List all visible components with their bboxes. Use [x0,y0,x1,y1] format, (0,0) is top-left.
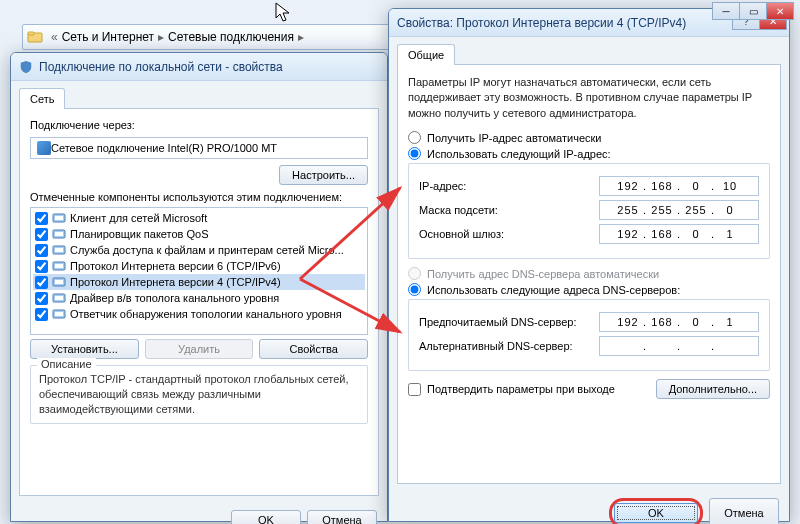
description-text: Протокол TCP/IP - стандартный протокол г… [39,372,359,417]
components-listbox[interactable]: Клиент для сетей MicrosoftПланировщик па… [30,207,368,335]
gateway-label: Основной шлюз: [419,228,599,240]
uninstall-button[interactable]: Удалить [145,339,254,359]
install-button[interactable]: Установить... [30,339,139,359]
svg-rect-3 [55,216,63,220]
minimize-button[interactable]: ─ [712,2,740,20]
component-checkbox[interactable] [35,292,48,305]
protocol-icon [52,243,66,257]
radio-dns-auto: Получить адрес DNS-сервера автоматически [408,267,770,280]
nic-icon [37,141,51,155]
ip-address-label: IP-адрес: [419,180,599,192]
ipv4-properties-dialog: Свойства: Протокол Интернета версии 4 (T… [388,8,790,522]
adapter-field: Сетевое подключение Intel(R) PRO/1000 MT [30,137,368,159]
tab-general[interactable]: Общие [397,44,455,65]
ip-octet[interactable]: 1 [716,228,744,240]
properties-button[interactable]: Свойства [259,339,368,359]
component-label: Драйвер в/в тополога канального уровня [70,292,279,304]
svg-rect-15 [55,312,63,316]
svg-rect-11 [55,280,63,284]
ip-octet[interactable]: 168 [648,316,676,328]
protocol-icon [52,259,66,273]
connection-properties-dialog: Подключение по локальной сети - свойства… [10,52,388,522]
protocol-icon [52,211,66,225]
ip-octet[interactable]: 168 [648,180,676,192]
components-label: Отмеченные компоненты используются этим … [30,191,368,203]
ip-octet[interactable]: 0 [682,180,710,192]
breadcrumb-connections[interactable]: Сетевые подключения [168,30,294,44]
alternate-dns-label: Альтернативный DNS-сервер: [419,340,599,352]
close-button[interactable]: ✕ [766,2,794,20]
protocol-icon [52,227,66,241]
component-checkbox[interactable] [35,308,48,321]
connect-via-label: Подключение через: [30,119,368,131]
breadcrumb-separator: ▸ [298,30,304,44]
radio-ip-auto[interactable]: Получить IP-адрес автоматически [408,131,770,144]
dialog-title: Свойства: Протокол Интернета версии 4 (T… [397,16,686,30]
ip-octet[interactable]: 0 [682,228,710,240]
alternate-dns-input[interactable]: ... [599,336,759,356]
ok-highlight: OK [609,498,703,524]
ip-octet[interactable]: 0 [682,316,710,328]
ok-button[interactable]: OK [231,510,301,524]
component-item[interactable]: Планировщик пакетов QoS [33,226,365,242]
intro-text: Параметры IP могут назначаться автоматич… [408,75,770,121]
component-label: Планировщик пакетов QoS [70,228,209,240]
ip-octet[interactable]: 255 [648,204,676,216]
preferred-dns-input[interactable]: 192.168.0.1 [599,312,759,332]
radio-ip-manual[interactable]: Использовать следующий IP-адрес: [408,147,770,160]
component-item[interactable]: Драйвер в/в тополога канального уровня [33,290,365,306]
ip-octet[interactable]: 192 [614,180,642,192]
ip-address-input[interactable]: 192.168.0.10 [599,176,759,196]
svg-rect-1 [28,32,34,35]
validate-on-exit-checkbox[interactable]: Подтвердить параметры при выходе [408,383,615,396]
component-checkbox[interactable] [35,212,48,225]
component-label: Ответчик обнаружения топологии канальног… [70,308,342,320]
maximize-button[interactable]: ▭ [739,2,767,20]
protocol-icon [52,275,66,289]
protocol-icon [52,291,66,305]
ip-octet[interactable]: 10 [716,180,744,192]
component-label: Протокол Интернета версии 4 (TCP/IPv4) [70,276,281,288]
protocol-icon [52,307,66,321]
ip-octet[interactable]: 192 [614,316,642,328]
component-item[interactable]: Клиент для сетей Microsoft [33,210,365,226]
ok-button[interactable]: OK [614,503,698,523]
component-label: Протокол Интернета версии 6 (TCP/IPv6) [70,260,281,272]
component-checkbox[interactable] [35,244,48,257]
subnet-mask-input[interactable]: 255.255.255.0 [599,200,759,220]
component-item[interactable]: Ответчик обнаружения топологии канальног… [33,306,365,322]
component-label: Клиент для сетей Microsoft [70,212,207,224]
advanced-button[interactable]: Дополнительно... [656,379,770,399]
ip-octet[interactable]: 255 [614,204,642,216]
preferred-dns-label: Предпочитаемый DNS-сервер: [419,316,599,328]
shield-icon [19,60,33,74]
cancel-button[interactable]: Отмена [709,498,779,524]
component-item[interactable]: Протокол Интернета версии 4 (TCP/IPv4) [33,274,365,290]
gateway-input[interactable]: 192.168.0.1 [599,224,759,244]
cancel-button[interactable]: Отмена [307,510,377,524]
component-checkbox[interactable] [35,260,48,273]
dialog-title: Подключение по локальной сети - свойства [39,60,283,74]
component-item[interactable]: Протокол Интернета версии 6 (TCP/IPv6) [33,258,365,274]
ip-octet[interactable]: 0 [716,204,744,216]
component-checkbox[interactable] [35,228,48,241]
description-legend: Описание [37,358,96,370]
ip-group: IP-адрес: 192.168.0.10 Маска подсети: 25… [408,163,770,259]
component-label: Служба доступа к файлам и принтерам сете… [70,244,344,256]
configure-button[interactable]: Настроить... [279,165,368,185]
ip-octet[interactable]: 255 [682,204,710,216]
dialog-titlebar[interactable]: Подключение по локальной сети - свойства [11,53,387,81]
component-checkbox[interactable] [35,276,48,289]
breadcrumb-network[interactable]: Сеть и Интернет [62,30,154,44]
radio-dns-manual[interactable]: Использовать следующие адреса DNS-сервер… [408,283,770,296]
svg-rect-5 [55,232,63,236]
ip-octet[interactable]: 168 [648,228,676,240]
ip-octet[interactable]: 192 [614,228,642,240]
svg-rect-7 [55,248,63,252]
component-item[interactable]: Служба доступа к файлам и принтерам сете… [33,242,365,258]
folder-icon [27,29,43,45]
ip-octet[interactable]: 1 [716,316,744,328]
tab-network[interactable]: Сеть [19,88,65,109]
svg-rect-9 [55,264,63,268]
breadcrumb-separator: ▸ [158,30,164,44]
